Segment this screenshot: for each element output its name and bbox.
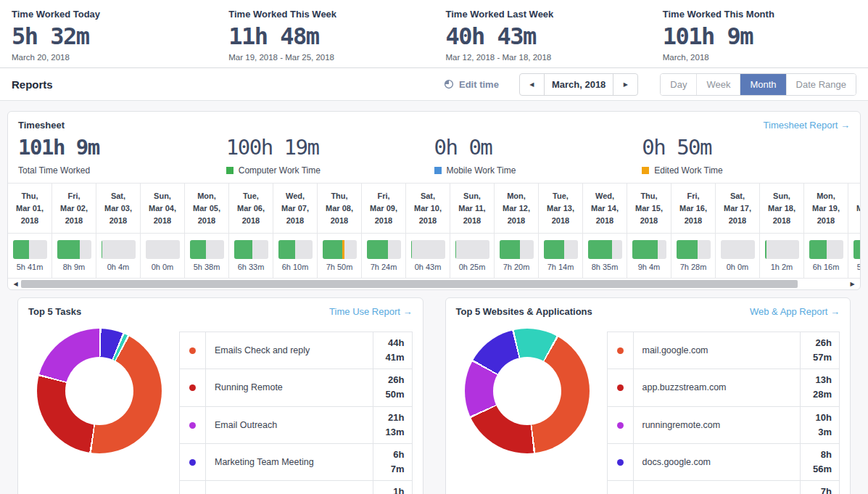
day-time-label: 6h 10m <box>273 263 317 278</box>
day-column: Mon, Mar 19, 2018 6h 16m <box>804 184 848 278</box>
legend-dot-cell <box>180 481 206 494</box>
day-time-label: 7h 20m <box>495 263 538 278</box>
legend-value: 7h 52m <box>801 481 840 494</box>
day-bar <box>544 240 578 259</box>
view-switcher: Day Week Month Date Range <box>660 73 856 96</box>
stat-card-today: Time Worked Today 5h 32m March 20, 2018 <box>0 9 217 62</box>
tasks-table: Emails Check and reply 44h 41m Running R… <box>179 332 413 494</box>
legend-row: Marketing Team Meeting 6h 7m <box>180 443 413 480</box>
view-button-month[interactable]: Month <box>740 74 785 95</box>
day-column: Fri, Mar 16, 2018 7h 28m <box>671 184 716 278</box>
day-header: Sat, Mar 10, 2018 <box>406 184 450 234</box>
websites-table: mail.google.com 26h 57m app.buzzstream.c… <box>607 332 840 494</box>
day-bar <box>721 240 755 259</box>
view-button-day[interactable]: Day <box>661 74 696 95</box>
legend-name: Email Outreach <box>206 406 373 443</box>
computer-time-segment <box>234 240 253 259</box>
next-month-button[interactable]: ▶ <box>613 74 637 95</box>
day-column: Sun, Mar 04, 2018 0h 0m <box>141 184 185 278</box>
day-time-label: 7h 50m <box>318 263 361 278</box>
day-header: Sat, Mar 17, 2018 <box>716 184 759 234</box>
stat-value: 101h 9m <box>663 22 868 50</box>
day-column: Wed, Mar 14, 2018 8h 35m <box>583 184 627 278</box>
reports-header: Reports Edit time ◀ March, 2018 ▶ Day We… <box>0 67 868 101</box>
day-header: Mon, Mar 12, 2018 <box>495 184 538 234</box>
day-column: Mon, Mar 05, 2018 5h 38m <box>185 184 229 278</box>
legend-dot-cell <box>607 443 633 480</box>
stat-mobile-time: 0h 0m Mobile Work Time <box>434 135 642 176</box>
day-column: Sat, Mar 17, 2018 0h 0m <box>716 184 760 278</box>
tasks-panel-title: Top 5 Tasks <box>28 306 329 317</box>
day-time-label: 1h 2m <box>760 263 803 278</box>
legend-row: Find back-link targets 1h 23m <box>180 481 413 494</box>
day-header: Thu, Mar 01, 2018 <box>8 184 51 234</box>
legend-name: docs.google.com <box>633 443 801 480</box>
day-header: Mon, Mar 05, 2018 <box>185 184 228 234</box>
day-header: Sun, Mar 18, 2018 <box>760 184 803 234</box>
view-button-date-range[interactable]: Date Range <box>786 74 856 95</box>
day-time-label: 9h 4m <box>627 263 671 278</box>
day-bar <box>853 240 861 259</box>
day-header: Fri, Mar 16, 2018 <box>671 184 715 234</box>
legend-dot-cell <box>607 369 633 406</box>
day-column: Mon, Mar 12, 2018 7h 20m <box>495 184 539 278</box>
day-column: Sun, Mar 11, 2018 0h 25m <box>450 184 495 278</box>
legend-dot-cell <box>180 406 206 443</box>
day-header: Wed, Mar 07, 2018 <box>273 184 317 234</box>
day-bar <box>411 240 445 259</box>
stat-value: 0h 50m <box>642 135 850 160</box>
timesheet-report-link[interactable]: Timesheet Report → <box>764 120 850 131</box>
computer-time-segment <box>632 240 658 259</box>
day-bar <box>500 240 534 259</box>
day-time-label: 7h 28m <box>671 263 715 278</box>
stat-label: Computer Work Time <box>226 165 434 176</box>
day-column: Sat, Mar 03, 2018 0h 4m <box>96 184 141 278</box>
legend-dot <box>617 347 624 354</box>
websites-panel-title: Top 5 Websites & Applications <box>456 306 750 317</box>
legend-dot <box>617 422 624 429</box>
timesheet-title: Timesheet <box>18 120 764 131</box>
day-time-label: 8h 35m <box>583 263 627 278</box>
legend-value: 1h 23m <box>373 481 412 494</box>
computer-time-segment <box>278 240 296 259</box>
stat-label: Time Worked This Week <box>228 9 434 20</box>
legend-value: 8h 56m <box>801 443 840 480</box>
legend-value: 26h 50m <box>373 369 412 406</box>
stat-total-time: 101h 9m Total Time Worked <box>18 135 226 176</box>
day-time-label: 6h 33m <box>229 263 273 278</box>
day-bar <box>632 240 666 259</box>
day-bar <box>146 240 180 259</box>
day-time-label: 0h 25m <box>450 263 494 278</box>
scroll-track[interactable] <box>21 280 847 288</box>
edit-time-button[interactable]: Edit time <box>444 79 499 90</box>
web-app-report-link[interactable]: Web & App Report → <box>750 306 840 317</box>
day-header: Tue, Mar 20, 2018 <box>848 184 860 234</box>
current-month-label: March, 2018 <box>544 74 613 95</box>
scroll-right-arrow[interactable]: ▶ <box>847 281 858 287</box>
legend-value: 13h 28m <box>801 369 840 406</box>
day-column: Sun, Mar 18, 2018 1h 2m <box>760 184 804 278</box>
computer-time-segment <box>323 240 342 259</box>
day-header: Fri, Mar 09, 2018 <box>362 184 405 234</box>
timesheet-days: Thu, Mar 01, 2018 5h 41m Fri, Mar 02, 20… <box>8 183 860 278</box>
legend-row: runningremote.com 10h 3m <box>607 406 840 443</box>
stat-card-this-week: Time Worked This Week 11h 48m Mar 19, 20… <box>217 9 434 62</box>
view-button-week[interactable]: Week <box>696 74 740 95</box>
day-column: Wed, Mar 07, 2018 6h 10m <box>273 184 318 278</box>
day-bar <box>455 240 489 259</box>
stat-label: Mobile Work Time <box>434 165 642 176</box>
legend-row: slack 7h 52m <box>607 481 840 494</box>
legend-row: docs.google.com 8h 56m <box>607 443 840 480</box>
legend-name: slack <box>633 481 801 494</box>
prev-month-button[interactable]: ◀ <box>520 74 544 95</box>
stat-value: 40h 43m <box>446 22 651 50</box>
day-header: Sun, Mar 11, 2018 <box>450 184 494 234</box>
time-use-report-link[interactable]: Time Use Report → <box>329 306 412 317</box>
computer-time-segment <box>809 240 827 259</box>
stat-label: Time Worked This Month <box>663 9 868 20</box>
day-header: Tue, Mar 06, 2018 <box>229 184 273 234</box>
stat-range: March 20, 2018 <box>12 53 217 62</box>
scroll-left-arrow[interactable]: ◀ <box>10 281 21 287</box>
scroll-thumb[interactable] <box>21 280 798 288</box>
day-column: Thu, Mar 15, 2018 9h 4m <box>627 184 671 278</box>
